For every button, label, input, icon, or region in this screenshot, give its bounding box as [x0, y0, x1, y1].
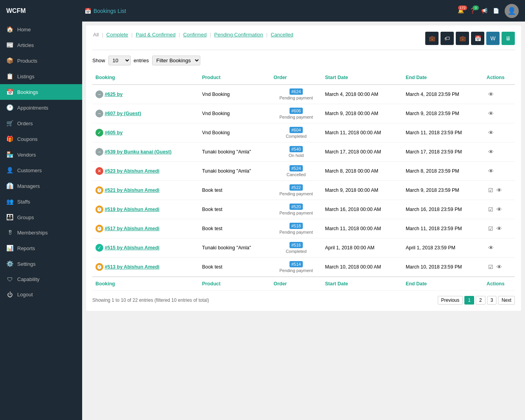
filter-tab-all[interactable]: All: [92, 32, 99, 38]
filter-bookings-select[interactable]: Filter Bookings: [152, 56, 200, 65]
order-badge[interactable]: #524: [289, 165, 303, 171]
page-btn-3[interactable]: 3: [487, 296, 497, 305]
booking-link[interactable]: #523 by Abishun Amedi: [104, 168, 159, 174]
sidebar-item-products[interactable]: 📦Products: [0, 53, 82, 68]
order-cell: #524Cancelled: [270, 162, 322, 181]
end-date-cell: March 17, 2018 23:59 PM: [403, 142, 484, 162]
sidebar-item-orders[interactable]: 🛒Orders: [0, 115, 82, 131]
sidebar-item-capability[interactable]: 🛡Capability: [0, 272, 82, 287]
order-badge[interactable]: #624: [289, 88, 303, 95]
sidebar-item-listings[interactable]: 📋Listings: [0, 68, 82, 84]
monitor-icon-btn[interactable]: 🖥: [502, 32, 515, 45]
sidebar-item-reports[interactable]: 📊Reports: [0, 240, 82, 256]
view-action-btn[interactable]: 👁: [487, 244, 495, 252]
notifications-icon[interactable]: 🔔 172: [458, 8, 464, 14]
check-action-btn[interactable]: ☑: [487, 263, 495, 271]
status-icon-grey: –: [95, 90, 103, 98]
order-badge[interactable]: #520: [289, 204, 303, 210]
booking-link[interactable]: #513 by Abishun Amedi: [104, 264, 159, 270]
order-badge[interactable]: #522: [289, 184, 303, 191]
sidebar-item-label: Memberships: [17, 230, 48, 236]
calendar-icon: 📅: [85, 8, 91, 14]
product-cell: Book test: [199, 219, 270, 238]
sidebar-item-vendors[interactable]: 🏪Vendors: [0, 147, 82, 162]
booking-link[interactable]: #521 by Abishun Amedi: [104, 187, 159, 193]
view-action-btn[interactable]: 👁: [487, 167, 495, 175]
sidebar-item-staffs[interactable]: 👥Staffs: [0, 194, 82, 209]
start-date-cell: March 10, 2018 00:00 AM: [322, 258, 403, 277]
sidebar-item-managers[interactable]: 👔Managers: [0, 178, 82, 194]
wordpress-icon-btn[interactable]: W: [486, 32, 500, 45]
order-status: Cancelled: [273, 172, 319, 177]
view-action-btn[interactable]: 👁: [487, 129, 495, 137]
order-badge[interactable]: #516: [289, 242, 303, 248]
order-status: Pending payment: [273, 96, 319, 100]
view-action-btn[interactable]: 👁: [487, 148, 495, 156]
order-badge[interactable]: #540: [289, 146, 303, 152]
sidebar-item-appointments[interactable]: 🕐Appointments: [0, 100, 82, 115]
megaphone-icon[interactable]: 📢: [481, 8, 487, 14]
view-action-btn[interactable]: 👁: [487, 90, 495, 98]
sidebar-item-logout[interactable]: ⏻Logout: [0, 287, 82, 302]
filter-tab-pending-confirmation[interactable]: Pending Confirmation: [214, 32, 263, 38]
topbar: WCFM 📅 Bookings List 🔔 172 ❓ 0 📢 📄 👤: [0, 0, 525, 22]
booking-link[interactable]: #517 by Abishun Amedi: [104, 226, 159, 231]
managers-icon: 👔: [6, 182, 13, 189]
next-page-btn[interactable]: Next: [498, 296, 515, 305]
filter-tab-paid-&-confirmed[interactable]: Paid & Confirmed: [136, 32, 176, 38]
order-badge[interactable]: #606: [289, 108, 303, 114]
booking-link[interactable]: #607 by (Guest): [104, 111, 141, 116]
page-btn-2[interactable]: 2: [476, 296, 485, 305]
view-action-btn[interactable]: 👁: [487, 110, 495, 117]
calendar-icon-btn[interactable]: 📅: [471, 32, 484, 45]
check-action-btn[interactable]: ☑: [487, 205, 495, 213]
orders-icon: 🛒: [6, 120, 13, 127]
order-status: Completed: [273, 134, 319, 139]
booking-link[interactable]: #519 by Abishun Amedi: [104, 207, 159, 212]
filter-tab-complete[interactable]: Complete: [106, 32, 128, 38]
order-badge[interactable]: #514: [289, 261, 303, 267]
briefcase-icon-btn[interactable]: 💼: [425, 32, 439, 45]
start-date-cell: March 11, 2018 00:00 AM: [322, 219, 403, 238]
document-icon[interactable]: 📄: [493, 8, 499, 14]
memberships-icon: 🎖: [6, 229, 13, 236]
end-date-cell: March 11, 2018 23:59 PM: [403, 219, 484, 238]
help-icon[interactable]: ❓ 0: [469, 8, 476, 14]
check-action-btn[interactable]: ☑: [487, 186, 495, 194]
view-action-btn[interactable]: 👁: [495, 225, 503, 233]
status-icon-red: ✕: [95, 167, 103, 175]
order-badge[interactable]: #518: [289, 223, 303, 229]
booking-link[interactable]: #539 by Bunku kanai (Guest): [104, 149, 171, 155]
main-content: All | Complete | Paid & Confirmed | Conf…: [82, 22, 525, 420]
view-action-btn[interactable]: 👁: [495, 263, 503, 271]
sidebar-item-coupons[interactable]: 🎁Coupons: [0, 131, 82, 147]
table-row: 🕐 #517 by Abishun AmediBook test#518Pend…: [92, 219, 515, 238]
sidebar-item-groups[interactable]: 👨‍👩‍👧Groups: [0, 209, 82, 225]
sidebar-item-label: Staffs: [17, 199, 30, 205]
page-btn-1[interactable]: 1: [464, 296, 474, 305]
booking-link[interactable]: #605 by: [104, 130, 122, 135]
view-action-btn[interactable]: 👁: [495, 186, 503, 194]
suitcase-icon-btn[interactable]: 💼: [456, 32, 469, 45]
sidebar-item-home[interactable]: 🏠Home: [0, 22, 82, 37]
filter-tab-cancelled[interactable]: Cancelled: [271, 32, 293, 38]
sidebar-item-settings[interactable]: ⚙️Settings: [0, 256, 82, 272]
check-action-btn[interactable]: ☑: [487, 225, 495, 233]
prev-page-btn[interactable]: Previous: [438, 296, 463, 305]
entries-select[interactable]: 102550100: [108, 56, 131, 65]
booking-link[interactable]: #625 by: [104, 92, 122, 97]
sidebar-item-bookings[interactable]: 📅Bookings: [0, 84, 82, 100]
tag-icon-btn[interactable]: 🏷: [440, 32, 454, 45]
product-cell: Vnd Booking: [199, 85, 270, 104]
sidebar-item-label: Bookings: [17, 89, 38, 95]
sidebar-item-articles[interactable]: 📰Articles: [0, 37, 82, 53]
sidebar-item-customers[interactable]: 👤Customers: [0, 162, 82, 178]
view-action-btn[interactable]: 👁: [495, 205, 503, 213]
filter-tab-confirmed[interactable]: Confirmed: [183, 32, 207, 38]
sidebar-item-memberships[interactable]: 🎖Memberships: [0, 225, 82, 240]
staffs-icon: 👥: [6, 198, 13, 205]
booking-link[interactable]: #515 by Abishun Amedi: [104, 245, 159, 251]
order-badge[interactable]: #604: [289, 127, 303, 133]
sidebar-item-label: Customers: [17, 168, 42, 173]
avatar[interactable]: 👤: [505, 4, 519, 18]
